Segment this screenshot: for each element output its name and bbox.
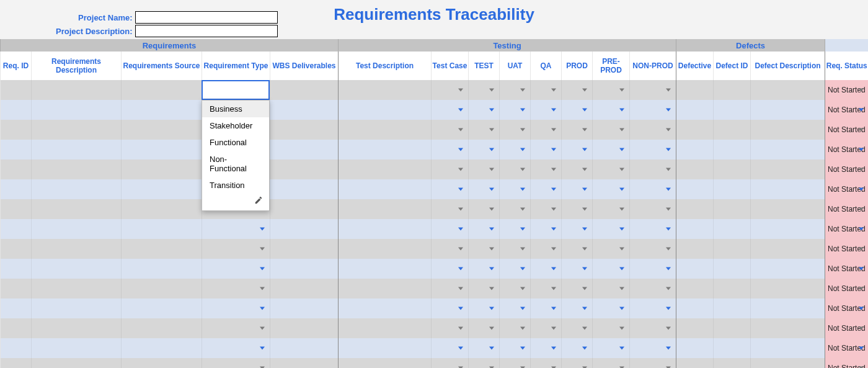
- cell-nonprod[interactable]: [630, 259, 676, 279]
- cell-wbs[interactable]: [270, 120, 339, 140]
- cell-qa[interactable]: [531, 219, 562, 239]
- cell-req_type[interactable]: [202, 239, 270, 259]
- cell-uat[interactable]: [500, 318, 531, 338]
- cell-wbs[interactable]: [270, 338, 339, 358]
- cell-qa[interactable]: [531, 80, 562, 100]
- cell-req_type[interactable]: [202, 279, 270, 298]
- cell-status[interactable]: Not Started: [825, 318, 868, 338]
- type-option-functional[interactable]: Functional: [202, 134, 269, 151]
- cell-test_case[interactable]: [432, 140, 469, 159]
- cell-req_id[interactable]: [1, 358, 32, 368]
- cell-qa[interactable]: [531, 298, 562, 318]
- cell-wbs[interactable]: [270, 100, 339, 120]
- cell-status[interactable]: Not Started: [825, 80, 868, 100]
- cell-uat[interactable]: [500, 80, 531, 100]
- cell-test[interactable]: [469, 120, 500, 140]
- cell-defect_id[interactable]: [714, 318, 751, 338]
- cell-defect_id[interactable]: [714, 179, 751, 199]
- cell-qa[interactable]: [531, 318, 562, 338]
- cell-test_case[interactable]: [432, 219, 469, 239]
- cell-prod[interactable]: [562, 179, 593, 199]
- cell-preprod[interactable]: [593, 199, 630, 219]
- cell-req_desc[interactable]: [32, 219, 122, 239]
- cell-prod[interactable]: [562, 219, 593, 239]
- cell-req_id[interactable]: [1, 199, 32, 219]
- cell-qa[interactable]: [531, 279, 562, 298]
- cell-req_desc[interactable]: [32, 279, 122, 298]
- cell-req_desc[interactable]: [32, 140, 122, 159]
- cell-defective[interactable]: [676, 179, 714, 199]
- cell-defective[interactable]: [676, 159, 714, 179]
- cell-req_src[interactable]: [122, 298, 202, 318]
- cell-qa[interactable]: [531, 179, 562, 199]
- edit-options[interactable]: [202, 194, 269, 210]
- cell-preprod[interactable]: [593, 358, 630, 368]
- cell-defect_id[interactable]: [714, 358, 751, 368]
- cell-test_desc[interactable]: [339, 219, 432, 239]
- cell-status[interactable]: Not Started: [825, 199, 868, 219]
- cell-defective[interactable]: [676, 298, 714, 318]
- cell-req_type[interactable]: [202, 259, 270, 279]
- cell-req_desc[interactable]: [32, 259, 122, 279]
- cell-defective[interactable]: [676, 239, 714, 259]
- cell-preprod[interactable]: [593, 179, 630, 199]
- cell-test_case[interactable]: [432, 199, 469, 219]
- cell-wbs[interactable]: [270, 80, 339, 100]
- cell-req_id[interactable]: [1, 100, 32, 120]
- cell-status[interactable]: Not Started: [825, 219, 868, 239]
- cell-prod[interactable]: [562, 298, 593, 318]
- cell-req_desc[interactable]: [32, 120, 122, 140]
- cell-defective[interactable]: [676, 199, 714, 219]
- cell-nonprod[interactable]: [630, 279, 676, 298]
- cell-defect_desc[interactable]: [751, 259, 825, 279]
- cell-test_case[interactable]: [432, 338, 469, 358]
- cell-test_desc[interactable]: [339, 318, 432, 338]
- cell-test_desc[interactable]: [339, 120, 432, 140]
- cell-wbs[interactable]: [270, 199, 339, 219]
- cell-test_case[interactable]: [432, 298, 469, 318]
- cell-prod[interactable]: [562, 338, 593, 358]
- cell-status[interactable]: Not Started: [825, 140, 868, 159]
- cell-qa[interactable]: [531, 338, 562, 358]
- cell-uat[interactable]: [500, 259, 531, 279]
- cell-defect_id[interactable]: [714, 140, 751, 159]
- cell-req_id[interactable]: [1, 120, 32, 140]
- cell-req_desc[interactable]: [32, 179, 122, 199]
- cell-defect_id[interactable]: [714, 120, 751, 140]
- cell-nonprod[interactable]: [630, 120, 676, 140]
- cell-uat[interactable]: [500, 199, 531, 219]
- cell-defect_id[interactable]: [714, 298, 751, 318]
- cell-nonprod[interactable]: [630, 338, 676, 358]
- cell-preprod[interactable]: [593, 100, 630, 120]
- cell-prod[interactable]: [562, 100, 593, 120]
- cell-test[interactable]: [469, 199, 500, 219]
- cell-defect_desc[interactable]: [751, 298, 825, 318]
- cell-wbs[interactable]: [270, 159, 339, 179]
- cell-test[interactable]: [469, 100, 500, 120]
- cell-defective[interactable]: [676, 120, 714, 140]
- cell-req_id[interactable]: [1, 279, 32, 298]
- type-option-transition[interactable]: Transition: [202, 177, 269, 194]
- cell-prod[interactable]: [562, 239, 593, 259]
- cell-defect_desc[interactable]: [751, 199, 825, 219]
- cell-defective[interactable]: [676, 100, 714, 120]
- cell-defect_id[interactable]: [714, 159, 751, 179]
- cell-nonprod[interactable]: [630, 199, 676, 219]
- cell-nonprod[interactable]: [630, 179, 676, 199]
- cell-defective[interactable]: [676, 80, 714, 100]
- cell-preprod[interactable]: [593, 318, 630, 338]
- cell-req_id[interactable]: [1, 219, 32, 239]
- cell-test_case[interactable]: [432, 358, 469, 368]
- cell-test[interactable]: [469, 298, 500, 318]
- cell-test[interactable]: [469, 279, 500, 298]
- cell-test_case[interactable]: [432, 239, 469, 259]
- cell-uat[interactable]: [500, 159, 531, 179]
- cell-qa[interactable]: [531, 358, 562, 368]
- cell-req_src[interactable]: [122, 318, 202, 338]
- cell-req_id[interactable]: [1, 259, 32, 279]
- cell-test_case[interactable]: [432, 318, 469, 338]
- cell-status[interactable]: Not Started: [825, 358, 868, 368]
- cell-wbs[interactable]: [270, 358, 339, 368]
- cell-defect_desc[interactable]: [751, 318, 825, 338]
- cell-test_case[interactable]: [432, 159, 469, 179]
